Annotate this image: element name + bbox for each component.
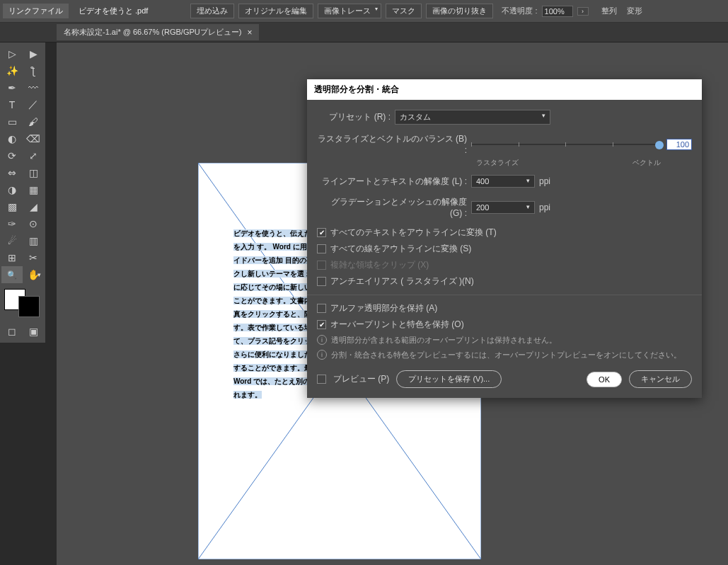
control-bar: リンクファイル ビデオを使うと .pdf 埋め込み オリジナルを編集 画像トレー…	[0, 0, 728, 23]
dialog-title: 透明部分を分割・統合	[307, 79, 702, 100]
scale-tool-icon[interactable]: ⤢	[23, 147, 44, 164]
tab-title: 名称未設定-1.ai* @ 66.67% (RGB/GPUプレビュー)	[64, 27, 241, 38]
artboard-tool-icon[interactable]: ⊞	[1, 249, 23, 266]
pen-tool-icon[interactable]: ✒	[1, 79, 23, 96]
overprint-checkbox[interactable]	[317, 320, 326, 329]
preset-label: プリセット (R) :	[317, 111, 395, 123]
link-file-indicator[interactable]: リンクファイル	[3, 4, 69, 18]
ppi-unit-2: ppi	[539, 202, 550, 212]
curvature-tool-icon[interactable]: 〰	[23, 79, 44, 96]
stroke-outline-checkbox[interactable]	[317, 244, 326, 253]
alpha-label: アルファ透明部分を保持 (A)	[330, 302, 437, 314]
close-icon[interactable]: ×	[247, 28, 252, 38]
clip-complex-label: 複雑な領域をクリップ (X)	[330, 259, 429, 271]
opacity-label: 不透明度 :	[502, 6, 537, 16]
slice-tool-icon[interactable]: ✂	[23, 249, 44, 266]
tab-bar: 名称未設定-1.ai* @ 66.67% (RGB/GPUプレビュー) ×	[0, 23, 728, 42]
paintbrush-tool-icon[interactable]: 🖌	[23, 113, 44, 130]
mesh-tool-icon[interactable]: ▩	[1, 198, 23, 215]
draw-mode-icon[interactable]: ◻	[1, 323, 23, 340]
transform-button[interactable]: 変形	[627, 6, 642, 16]
stroke-outline-label: すべての線をアウトラインに変換 (S)	[330, 243, 471, 255]
preview-checkbox[interactable]	[317, 375, 326, 384]
image-trace-button[interactable]: 画像トレース	[318, 4, 381, 18]
embed-button[interactable]: 埋め込み	[190, 4, 234, 18]
balance-left-label: ラスタライズ	[476, 158, 519, 168]
lineart-label: ラインアートとテキストの解像度 (L) :	[317, 176, 471, 188]
eyedropper-tool-icon[interactable]: ✑	[1, 215, 23, 232]
eraser-tool-icon[interactable]: ⌫	[23, 130, 44, 147]
rotate-tool-icon[interactable]: ⟳	[1, 147, 23, 164]
antialias-checkbox[interactable]	[317, 277, 326, 286]
line-tool-icon[interactable]: ／	[23, 96, 44, 113]
gradient-select[interactable]: 200	[471, 201, 535, 214]
perspective-tool-icon[interactable]: ▦	[23, 181, 44, 198]
antialias-label: アンチエイリアス ( ラスタライズ )(N)	[330, 275, 474, 287]
save-preset-button[interactable]: プリセットを保存 (V)...	[396, 370, 502, 388]
rectangle-tool-icon[interactable]: ▭	[1, 113, 23, 130]
direct-selection-tool-icon[interactable]: ▶	[23, 45, 44, 62]
lineart-select[interactable]: 400	[471, 175, 535, 188]
zoom-tool-icon[interactable]: 🔍	[1, 266, 23, 283]
gradient-tool-icon[interactable]: ◢	[23, 198, 44, 215]
type-tool-icon[interactable]: T	[1, 96, 23, 113]
blend-tool-icon[interactable]: ⊙	[23, 215, 44, 232]
crop-image-button[interactable]: 画像の切り抜き	[426, 4, 493, 18]
balance-label: ラスタライズとベクトルのバランス (B) :	[317, 133, 471, 155]
clip-complex-checkbox	[317, 261, 326, 270]
lasso-tool-icon[interactable]: ƪ	[23, 62, 44, 79]
ok-button[interactable]: OK	[587, 372, 622, 387]
width-tool-icon[interactable]: ⇔	[1, 164, 23, 181]
screen-mode-icon[interactable]: ▣	[23, 323, 44, 340]
ppi-unit: ppi	[539, 176, 550, 186]
preset-select[interactable]: カスタム	[395, 110, 550, 125]
edit-original-button[interactable]: オリジナルを編集	[238, 4, 313, 18]
cancel-button[interactable]: キャンセル	[629, 370, 692, 388]
info-text-2: 分割・統合される特色をプレビューするには、オーバープリントプレビューをオンにして…	[331, 350, 681, 360]
gradient-label: グラデーションとメッシュの解像度 (G) :	[317, 196, 471, 218]
flatten-transparency-dialog: 透明部分を分割・統合 プリセット (R) : カスタム ラスタライズとベクトルの…	[307, 79, 702, 398]
magic-wand-tool-icon[interactable]: ✨	[1, 62, 23, 79]
symbol-sprayer-tool-icon[interactable]: ☄	[1, 232, 23, 249]
graph-tool-icon[interactable]: ▥	[23, 232, 44, 249]
balance-slider[interactable]	[471, 139, 659, 149]
linked-file-name: ビデオを使うと .pdf	[73, 6, 154, 16]
color-swatch[interactable]	[4, 289, 40, 317]
free-transform-tool-icon[interactable]: ◫	[23, 164, 44, 181]
text-outline-checkbox[interactable]	[317, 228, 326, 237]
balance-right-label: ベクトル	[632, 158, 661, 168]
overprint-label: オーバープリントと特色を保持 (O)	[330, 319, 464, 331]
opacity-input[interactable]	[542, 6, 573, 17]
stroke-swatch[interactable]	[18, 296, 40, 317]
alpha-checkbox[interactable]	[317, 304, 326, 313]
shaper-tool-icon[interactable]: ◐	[1, 130, 23, 147]
shape-builder-tool-icon[interactable]: ◑	[1, 181, 23, 198]
document-tab[interactable]: 名称未設定-1.ai* @ 66.67% (RGB/GPUプレビュー) ×	[57, 24, 259, 40]
info-icon: i	[317, 350, 327, 360]
balance-input[interactable]	[666, 139, 692, 150]
info-icon: i	[317, 335, 327, 345]
preview-label: プレビュー (P)	[333, 373, 389, 385]
selection-tool-icon[interactable]: ▷	[1, 45, 23, 62]
info-text-1: 透明部分が含まれる範囲のオーバープリントは保持されません。	[331, 335, 557, 346]
opacity-stepper[interactable]: ›	[577, 7, 589, 16]
mask-button[interactable]: マスク	[386, 4, 422, 18]
align-button[interactable]: 整列	[601, 6, 617, 16]
text-outline-label: すべてのテキストをアウトラインに変換 (T)	[330, 227, 497, 239]
toolbox: ▷▶ ✨ƪ ✒〰 T／ ▭🖌 ◐⌫ ⟳⤢ ⇔◫ ◑▦ ▩◢ ✑⊙ ☄▥ ⊞✂ 🔍…	[0, 42, 45, 343]
